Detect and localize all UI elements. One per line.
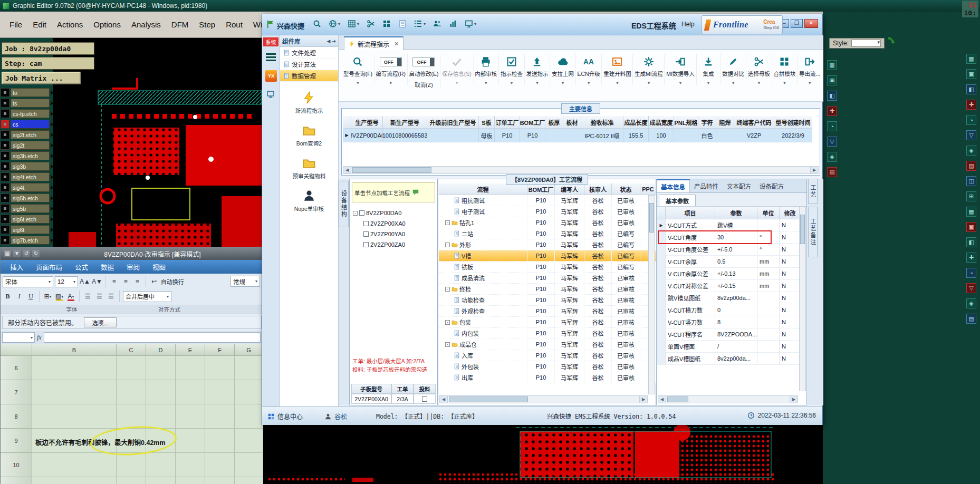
nav-tool[interactable]: 新流程指示 — [280, 86, 338, 119]
toggle-off-switch[interactable]: OFF — [380, 57, 402, 66]
component-library-header[interactable]: 组件库 ◀ ➔ — [280, 35, 338, 47]
flow-row[interactable]: -包装P10马军辉谷松已审核 — [439, 317, 656, 328]
cell[interactable] — [176, 356, 205, 380]
excel-titlebar[interactable]: ▦ ▼ ↺ ↻ 8V2ZP00DA0-改审指示 [兼容模式] — [1, 247, 262, 260]
tool-icon[interactable]: ◔ — [966, 115, 976, 125]
toolbar-globe-button[interactable]: ▾ — [329, 20, 340, 28]
cell[interactable] — [146, 477, 176, 484]
cell[interactable] — [235, 429, 263, 453]
ribbon-tab-6[interactable]: 视图 — [146, 260, 172, 274]
table-row[interactable]: ▶8V2ZP00DA010010800065583母板P10P10IPC-601… — [343, 129, 819, 142]
param-row[interactable]: V-CUT对称公差+/-0.15mmN — [657, 280, 801, 292]
name-box[interactable]: ▾ — [2, 332, 35, 343]
flow-row[interactable]: 铣板P10马军辉谷松已编写 — [439, 262, 656, 273]
align-middle-icon[interactable]: ≡ — [121, 276, 131, 287]
cell[interactable] — [117, 356, 146, 380]
ribbon-item[interactable]: 支拉上网▼ — [550, 54, 576, 85]
tree-expander-icon[interactable]: - — [445, 287, 450, 292]
tab-close-icon[interactable]: ✕ — [394, 41, 399, 47]
toolbar-people-button[interactable] — [433, 20, 441, 28]
cell[interactable] — [32, 404, 117, 429]
close-button[interactable]: ✕ — [804, 19, 818, 28]
cell[interactable] — [235, 356, 263, 380]
toolbar-doc-button[interactable] — [398, 20, 407, 28]
ribbon-item[interactable]: OFF启动修改(E)取消(Z) — [408, 54, 440, 89]
layer-toggle[interactable] — [1, 183, 9, 192]
align-center-icon[interactable]: ☰ — [94, 291, 104, 302]
tree-node[interactable]: 2V2ZP00ZA0 — [353, 239, 406, 250]
cell[interactable] — [176, 404, 205, 429]
cell[interactable] — [32, 453, 117, 477]
tool-icon[interactable]: ◫ — [966, 176, 976, 186]
flow-row[interactable]: -终检P10马军辉谷松已审核 — [439, 284, 656, 295]
tree-expander-icon[interactable]: - — [445, 342, 450, 347]
flow-row[interactable]: -成品仓P10马军辉谷松已审核 — [439, 339, 656, 350]
tool-icon[interactable]: ◧ — [966, 237, 976, 247]
ribbon-item[interactable]: 集成▼ — [697, 54, 721, 85]
tool-icon[interactable]: ▽ — [966, 130, 976, 140]
pcb-viewport-bottom[interactable] — [263, 425, 823, 484]
formula-input[interactable] — [44, 332, 261, 343]
merge-center-button[interactable]: 合并后居中▾ — [123, 291, 171, 302]
toolbar-grid4-button[interactable] — [382, 20, 391, 28]
phone-icon[interactable] — [887, 36, 896, 44]
toolbar-scissors-button[interactable] — [367, 20, 375, 28]
layer-row[interactable]: sig7b.etch — [1, 235, 53, 245]
cell[interactable] — [32, 356, 117, 380]
cell[interactable] — [117, 380, 146, 404]
scroll-left-icon[interactable]: ◀ — [658, 396, 666, 403]
nav-tool[interactable]: Bom查询2 — [280, 119, 338, 151]
vertical-scrollbar[interactable] — [799, 207, 806, 391]
decrease-font-button[interactable]: A▼ — [92, 276, 102, 287]
current-user[interactable]: 谷松 — [324, 412, 347, 421]
layer-toggle[interactable] — [1, 141, 9, 150]
layer-toggle[interactable] — [1, 162, 9, 171]
maximize-button[interactable]: ❐ — [791, 19, 803, 28]
flow-row[interactable]: 二站P10马军辉谷松已编写 — [439, 228, 656, 239]
ribbon-item[interactable]: 数据对比▼ — [721, 54, 747, 85]
cell[interactable] — [117, 453, 146, 477]
collapse-icon[interactable]: ◀ — [327, 38, 331, 44]
cell[interactable] — [205, 356, 235, 380]
flow-row[interactable]: 成品清洗P10马军辉谷松已审核 — [439, 273, 656, 284]
tool-icon[interactable]: ▣ — [966, 69, 976, 79]
horizontal-scrollbar[interactable]: ◀▶ — [439, 395, 648, 403]
style-selector[interactable]: Style: — [829, 38, 885, 49]
flow-row[interactable]: 内包装P10马军辉谷松已审核 — [439, 328, 656, 339]
param-row[interactable]: 单面V槽面/N — [657, 341, 801, 353]
monitor-icon[interactable] — [266, 90, 275, 99]
scroll-left-icon[interactable]: ◀ — [440, 396, 448, 403]
flow-row[interactable]: 阻抗测试P10马军辉谷松已审核 — [439, 195, 656, 206]
tool-icon[interactable]: ◔ — [827, 121, 837, 131]
flow-row[interactable]: 出库P10马军辉谷松已审核 — [439, 372, 656, 383]
font-name-select[interactable]: 宋体▾ — [3, 276, 53, 287]
tool-icon[interactable]: ▣ — [827, 75, 837, 85]
number-format-select[interactable]: 常规▾ — [230, 276, 260, 287]
options-button[interactable]: 选项... — [84, 317, 117, 327]
cell[interactable] — [146, 453, 176, 477]
param-row[interactable]: V-CUT余厚公差+/-0.13mmN — [657, 268, 801, 280]
style-dropdown[interactable] — [851, 40, 881, 47]
cell[interactable] — [205, 380, 235, 404]
checkbox[interactable] — [359, 210, 364, 216]
param-row[interactable]: ▶V-CUT方式跳V槽N — [657, 219, 801, 231]
ribbon-item[interactable]: OFF编写流程(R)▼ — [374, 54, 408, 85]
vertical-scrollbar[interactable] — [648, 195, 655, 394]
checkbox[interactable] — [363, 242, 369, 247]
flow-row[interactable]: 功能检查P10马军辉谷松已审核 — [439, 295, 656, 306]
table-row[interactable]: 2V2ZP00XA02/3A — [351, 394, 436, 404]
layer-toggle[interactable] — [1, 130, 9, 139]
ribbon-item[interactable]: 内部审核▼ — [474, 54, 499, 85]
tab-new-flow-instruction[interactable]: 新流程指示 ✕ — [344, 36, 403, 50]
tool-icon[interactable]: ▽ — [966, 283, 976, 293]
flow-row[interactable]: 入库P10马军辉谷松已审核 — [439, 350, 656, 361]
tool-icon[interactable]: ▽ — [827, 137, 837, 147]
param-tab-1[interactable]: 基本信息 — [657, 179, 690, 192]
ribbon-item[interactable]: 发送指示▼ — [525, 54, 551, 85]
tool-icon[interactable]: ▦ — [966, 207, 976, 217]
align-right-icon[interactable]: ☰ — [106, 291, 116, 302]
layer-row[interactable]: sig3b.etch — [1, 151, 53, 161]
ribbon-item[interactable]: 型号查询(F)▼ — [342, 54, 374, 85]
layer-toggle[interactable] — [1, 172, 9, 181]
wrap-icon[interactable]: ↩ — [149, 276, 159, 287]
